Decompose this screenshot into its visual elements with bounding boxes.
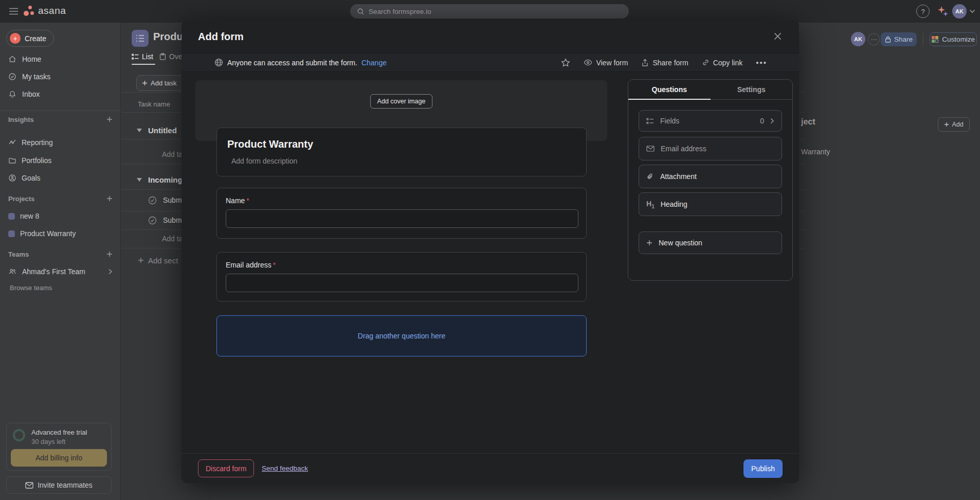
sidebar-item-reporting[interactable]: Reporting — [0, 134, 121, 151]
question-label: Email address — [226, 261, 271, 269]
hamburger-menu-icon[interactable] — [9, 8, 18, 15]
section-title: Projects — [8, 195, 34, 203]
column-header-task-name[interactable]: Task name — [138, 100, 170, 108]
discard-form-button[interactable]: Discard form — [198, 459, 254, 477]
tab-questions[interactable]: Questions — [628, 80, 711, 99]
view-form-button[interactable]: View form — [584, 59, 628, 67]
favorite-star-icon[interactable] — [561, 58, 570, 67]
access-text: Anyone can access and submit the form. — [227, 59, 357, 67]
ai-sparkles-icon[interactable] — [937, 5, 949, 17]
question-type-attachment[interactable]: Attachment — [639, 165, 782, 188]
sidebar-item-label: Product Warranty — [20, 229, 76, 238]
task-name: Submi — [163, 216, 184, 224]
close-icon[interactable] — [774, 32, 782, 40]
plus-icon: + — [10, 33, 21, 44]
send-feedback-link[interactable]: Send feedback — [262, 465, 308, 472]
chevron-right-icon[interactable] — [108, 269, 113, 275]
paperclip-icon — [646, 173, 654, 181]
heading-h1-icon: H1 — [646, 200, 655, 209]
add-project-icon[interactable] — [106, 195, 113, 202]
add-task-row[interactable]: Add ta — [162, 229, 183, 248]
question-label: Name — [226, 197, 245, 205]
question-panel: Questions Settings Fields 0 Email addres… — [628, 79, 793, 281]
add-insight-icon[interactable] — [106, 116, 113, 122]
task-check-circle-icon[interactable] — [148, 216, 157, 225]
teams-section-header[interactable]: Teams — [0, 249, 121, 259]
question-type-email[interactable]: Email address — [639, 137, 782, 160]
question-card-email[interactable]: Email address* — [216, 252, 587, 301]
sidebar-item-portfolios[interactable]: Portfolios — [0, 152, 121, 169]
more-members-button[interactable]: ⋯ — [868, 33, 880, 45]
task-check-circle-icon[interactable] — [148, 196, 157, 205]
sidebar-item-home[interactable]: Home — [0, 50, 121, 68]
task-row[interactable]: Submi — [148, 211, 184, 229]
form-description-placeholder[interactable]: Add form description — [231, 157, 586, 165]
section-collapse-triangle-icon[interactable] — [137, 129, 142, 132]
project-color-swatch — [8, 230, 15, 237]
help-button[interactable]: ? — [916, 5, 930, 18]
form-title[interactable]: Product Warranty — [227, 138, 586, 150]
tab-settings[interactable]: Settings — [711, 80, 793, 99]
insights-section-header[interactable]: Insights — [0, 114, 121, 124]
form-builder-body: Add cover image Product Warranty Add for… — [182, 72, 799, 453]
name-field[interactable] — [226, 209, 578, 228]
sidebar-item-label: Goals — [22, 174, 41, 182]
share-button[interactable]: Share — [881, 32, 917, 46]
browse-teams-link[interactable]: Browse teams — [10, 284, 52, 292]
customize-button[interactable]: Customize — [930, 32, 977, 46]
more-options-icon[interactable]: ••• — [756, 58, 767, 67]
member-avatar[interactable]: AK — [851, 32, 865, 46]
sidebar-item-label: Portfolios — [22, 156, 51, 165]
details-add-button[interactable]: Add — [938, 117, 970, 132]
sidebar-item-label: Ahmad's First Team — [22, 267, 103, 276]
check-circle-icon — [8, 73, 16, 81]
publish-button[interactable]: Publish — [743, 459, 783, 478]
sidebar-item-label: new 8 — [20, 212, 39, 220]
share-icon — [641, 59, 649, 67]
account-chevron-down-icon[interactable] — [969, 9, 975, 13]
search-input[interactable]: Search formspree.io — [350, 4, 629, 19]
sidebar-item-my-tasks[interactable]: My tasks — [0, 68, 121, 85]
active-tab-underline — [132, 64, 155, 65]
create-button[interactable]: + Create — [6, 30, 54, 47]
form-title-card[interactable]: Product Warranty Add form description — [216, 128, 587, 176]
reporting-chart-icon — [8, 138, 16, 147]
section-row-untitled[interactable]: Untitled — [137, 121, 177, 139]
question-type-heading[interactable]: H1 Heading — [639, 192, 782, 216]
home-icon — [8, 55, 16, 63]
sidebar-item-label: Reporting — [22, 138, 53, 147]
projects-section-header[interactable]: Projects — [0, 193, 121, 204]
sidebar-item-project-product-warranty[interactable]: Product Warranty — [0, 225, 121, 242]
sidebar-item-inbox[interactable]: Inbox — [0, 85, 121, 103]
add-team-icon[interactable] — [106, 251, 113, 257]
email-field[interactable] — [226, 274, 578, 292]
panel-question-types: Fields 0 Email address Attachment — [628, 100, 792, 264]
question-drop-zone[interactable]: Drag another question here — [216, 315, 587, 356]
asana-logo-icon[interactable] — [24, 6, 36, 17]
fields-item[interactable]: Fields 0 — [639, 110, 782, 132]
tab-list[interactable]: List — [132, 52, 153, 61]
new-question-button[interactable]: New question — [639, 231, 782, 254]
invite-teammates-button[interactable]: Invite teammates — [6, 476, 112, 494]
change-access-link[interactable]: Change — [361, 59, 387, 67]
add-cover-image-button[interactable]: Add cover image — [370, 94, 433, 109]
question-type-label: Attachment — [660, 172, 697, 181]
section-row-incoming[interactable]: Incoming — [137, 170, 183, 189]
sidebar-item-goals[interactable]: Goals — [0, 169, 121, 187]
copy-link-button[interactable]: Copy link — [702, 59, 743, 67]
task-row[interactable]: Submi — [148, 189, 184, 211]
question-card-name[interactable]: Name* — [216, 188, 587, 239]
add-billing-info-button[interactable]: Add billing info — [11, 449, 107, 467]
section-collapse-triangle-icon[interactable] — [137, 178, 142, 182]
add-task-row[interactable]: Add ta — [162, 145, 183, 164]
sidebar-item-team[interactable]: Ahmad's First Team — [0, 263, 121, 280]
user-avatar[interactable]: AK — [952, 4, 967, 19]
globe-icon — [214, 58, 223, 67]
add-section-button[interactable]: Add sect — [138, 253, 178, 267]
share-form-button[interactable]: Share form — [641, 59, 688, 67]
sidebar-item-label: Home — [22, 55, 41, 63]
sidebar-item-project-new8[interactable]: new 8 — [0, 207, 121, 225]
trial-days-left: 30 days left — [31, 438, 66, 445]
plus-icon — [138, 257, 144, 263]
folder-icon — [8, 156, 16, 165]
